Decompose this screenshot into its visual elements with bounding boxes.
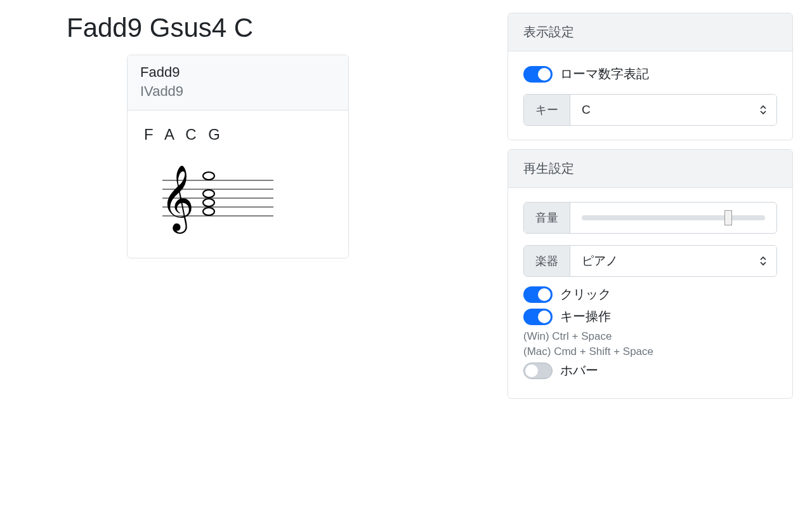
instrument-select-group: 楽器 ピアノ: [523, 245, 777, 277]
svg-point-9: [203, 172, 214, 180]
instrument-select-value: ピアノ: [582, 253, 618, 269]
key-operation-toggle-label: キー操作: [560, 308, 611, 325]
staff-notation-icon: 𝄞: [140, 161, 280, 237]
music-staff: 𝄞: [140, 161, 336, 240]
volume-slider-thumb[interactable]: [724, 210, 732, 225]
chord-notes: F A C G: [144, 126, 336, 144]
key-select-group: キー C: [523, 94, 777, 126]
instrument-select[interactable]: ピアノ: [570, 246, 776, 276]
svg-point-8: [203, 190, 214, 197]
svg-text:𝄞: 𝄞: [160, 166, 194, 234]
instrument-select-label: 楽器: [524, 246, 570, 276]
hover-toggle-label: ホバー: [560, 362, 598, 379]
chord-card[interactable]: Fadd9 IVadd9 F A C G 𝄞: [127, 55, 349, 258]
chevron-updown-icon: [760, 256, 766, 266]
volume-slider[interactable]: [582, 215, 765, 220]
key-select[interactable]: C: [570, 95, 776, 125]
svg-point-7: [203, 199, 214, 206]
chord-name: Fadd9: [140, 64, 336, 81]
playback-settings-header: 再生設定: [508, 150, 792, 188]
roman-numeral-toggle-label: ローマ数字表記: [560, 65, 649, 83]
shortcut-hint-win: (Win) Ctrl + Space: [523, 330, 777, 343]
playback-settings-panel: 再生設定 音量 楽器 ピアノ: [508, 149, 793, 399]
click-toggle-label: クリック: [560, 286, 611, 303]
key-select-value: C: [582, 103, 591, 117]
chord-roman-numeral: IVadd9: [140, 83, 336, 100]
volume-label: 音量: [524, 203, 570, 233]
chord-card-header: Fadd9 IVadd9: [128, 55, 348, 110]
key-select-label: キー: [524, 95, 570, 125]
display-settings-panel: 表示設定 ローマ数字表記 キー C: [508, 13, 793, 140]
chord-progression-title: Fadd9 Gsus4 C: [67, 13, 374, 43]
display-settings-header: 表示設定: [508, 13, 792, 51]
volume-group: 音量: [523, 202, 777, 234]
hover-toggle[interactable]: [523, 363, 553, 379]
chevron-updown-icon: [760, 105, 766, 115]
roman-numeral-toggle[interactable]: [523, 66, 553, 83]
key-operation-toggle[interactable]: [523, 309, 553, 325]
shortcut-hint-mac: (Mac) Cmd + Shift + Space: [523, 345, 777, 358]
click-toggle[interactable]: [523, 286, 553, 303]
svg-point-6: [203, 208, 214, 215]
